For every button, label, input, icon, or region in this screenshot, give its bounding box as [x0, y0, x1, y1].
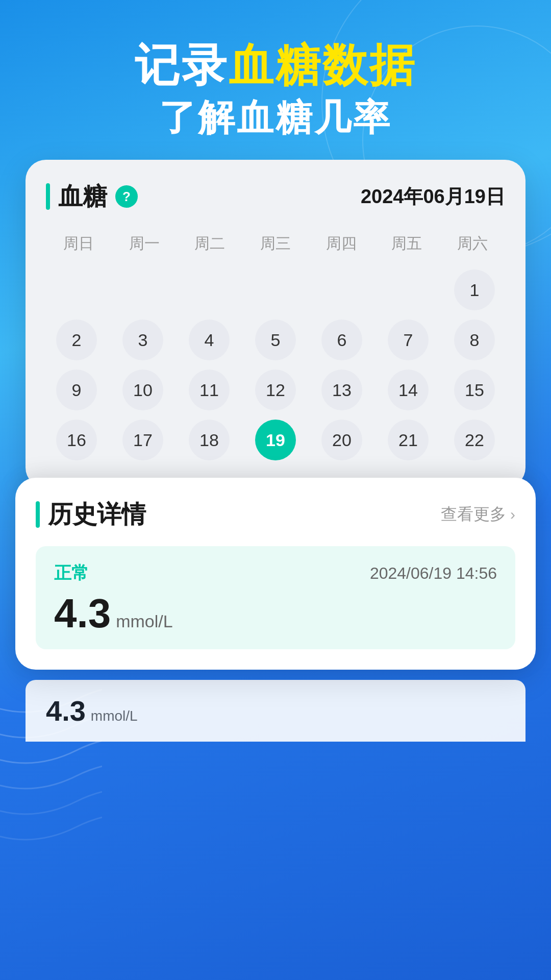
calendar-cell[interactable]: 19: [245, 418, 306, 462]
bottom-peek: 4.3 mmol/L: [26, 680, 525, 742]
day-button[interactable]: 16: [56, 420, 97, 460]
view-more-button[interactable]: 查看更多 ›: [441, 503, 515, 526]
calendar-card: 血糖 ? 2024年06月19日 周日 周一 周二 周三 周四 周五 周六 12…: [26, 160, 525, 488]
day-button[interactable]: 22: [454, 420, 495, 460]
day-headers: 周日 周一 周二 周三 周四 周五 周六: [46, 228, 505, 259]
day-button[interactable]: 11: [189, 370, 230, 410]
history-header: 历史详情 查看更多 ›: [36, 498, 515, 531]
day-button: [189, 270, 230, 310]
day-header-sun: 周日: [46, 228, 112, 259]
day-button[interactable]: 17: [122, 420, 163, 460]
calendar-cell[interactable]: 15: [444, 368, 505, 412]
calendar-cell[interactable]: 2: [46, 317, 107, 362]
day-button[interactable]: 13: [321, 370, 362, 410]
day-button[interactable]: 2: [56, 320, 97, 360]
calendar-cell[interactable]: 6: [311, 317, 372, 362]
day-header-wed: 周三: [243, 228, 309, 259]
calendar-cell[interactable]: 7: [378, 317, 439, 362]
day-header-sat: 周六: [439, 228, 505, 259]
title-bar-accent: [46, 183, 50, 210]
calendar-cell[interactable]: 5: [245, 317, 306, 362]
history-card: 历史详情 查看更多 › 正常 2024/06/19 14:56 4.3 mmol…: [15, 478, 536, 670]
day-header-fri: 周五: [374, 228, 440, 259]
calendar-header: 血糖 ? 2024年06月19日: [46, 180, 505, 213]
day-button[interactable]: 10: [122, 370, 163, 410]
header-line2: 了解血糖几率: [0, 95, 551, 139]
calendar-cell[interactable]: 4: [179, 317, 240, 362]
calendar-grid: 12345678910111213141516171819202122: [46, 267, 505, 462]
day-button[interactable]: 9: [56, 370, 97, 410]
day-button[interactable]: 6: [321, 320, 362, 360]
calendar-cell[interactable]: 16: [46, 418, 107, 462]
day-button: [255, 270, 296, 310]
calendar-cell[interactable]: 13: [311, 368, 372, 412]
day-button[interactable]: 7: [388, 320, 429, 360]
help-icon[interactable]: ?: [115, 185, 138, 208]
day-button[interactable]: 18: [189, 420, 230, 460]
day-button[interactable]: 21: [388, 420, 429, 460]
calendar-cell: [46, 267, 107, 312]
header-section: 记录血糖数据 了解血糖几率: [0, 0, 551, 160]
calendar-cell[interactable]: 20: [311, 418, 372, 462]
calendar-cell: [378, 267, 439, 312]
history-item: 正常 2024/06/19 14:56 4.3 mmol/L: [36, 546, 515, 649]
header-line1: 记录血糖数据: [0, 41, 551, 90]
calendar-cell[interactable]: 22: [444, 418, 505, 462]
peek-value: 4.3: [46, 694, 86, 727]
calendar-cell[interactable]: 14: [378, 368, 439, 412]
day-button: [56, 270, 97, 310]
calendar-cell[interactable]: 9: [46, 368, 107, 412]
day-button: [321, 270, 362, 310]
day-header-tue: 周二: [177, 228, 243, 259]
calendar-cell: [245, 267, 306, 312]
history-title-group: 历史详情: [36, 498, 146, 531]
day-button[interactable]: 3: [122, 320, 163, 360]
chevron-right-icon: ›: [510, 506, 515, 523]
day-button[interactable]: 1: [454, 270, 495, 310]
value-number: 4.3: [54, 593, 111, 634]
calendar-cell[interactable]: 12: [245, 368, 306, 412]
status-badge: 正常: [54, 561, 89, 585]
day-button[interactable]: 14: [388, 370, 429, 410]
view-more-label: 查看更多: [441, 503, 506, 526]
calendar-cell[interactable]: 11: [179, 368, 240, 412]
calendar-cell: [179, 267, 240, 312]
calendar-date: 2024年06月19日: [361, 184, 505, 210]
header-prefix: 记录: [135, 40, 229, 90]
calendar-cell[interactable]: 10: [112, 368, 173, 412]
history-title-bar: [36, 501, 40, 528]
day-button[interactable]: 19: [255, 420, 296, 460]
value-unit: mmol/L: [116, 611, 172, 631]
day-button: [388, 270, 429, 310]
blood-sugar-value: 4.3 mmol/L: [54, 593, 497, 634]
calendar-cell[interactable]: 17: [112, 418, 173, 462]
history-title: 历史详情: [48, 498, 146, 531]
peek-unit: mmol/L: [91, 708, 138, 724]
calendar-cell[interactable]: 8: [444, 317, 505, 362]
calendar-cell[interactable]: 21: [378, 418, 439, 462]
day-button[interactable]: 15: [454, 370, 495, 410]
calendar-title-group: 血糖 ?: [46, 180, 138, 213]
calendar-cell[interactable]: 18: [179, 418, 240, 462]
day-header-mon: 周一: [112, 228, 178, 259]
day-button[interactable]: 5: [255, 320, 296, 360]
calendar-cell[interactable]: 1: [444, 267, 505, 312]
calendar-cell[interactable]: 3: [112, 317, 173, 362]
day-button[interactable]: 20: [321, 420, 362, 460]
day-header-thu: 周四: [308, 228, 374, 259]
day-button[interactable]: 4: [189, 320, 230, 360]
calendar-cell: [311, 267, 372, 312]
calendar-title: 血糖: [58, 180, 107, 213]
day-button[interactable]: 12: [255, 370, 296, 410]
history-datetime: 2024/06/19 14:56: [370, 564, 497, 583]
calendar-cell: [112, 267, 173, 312]
day-button: [122, 270, 163, 310]
history-item-header: 正常 2024/06/19 14:56: [54, 561, 497, 585]
header-highlight: 血糖数据: [229, 40, 416, 90]
day-button[interactable]: 8: [454, 320, 495, 360]
